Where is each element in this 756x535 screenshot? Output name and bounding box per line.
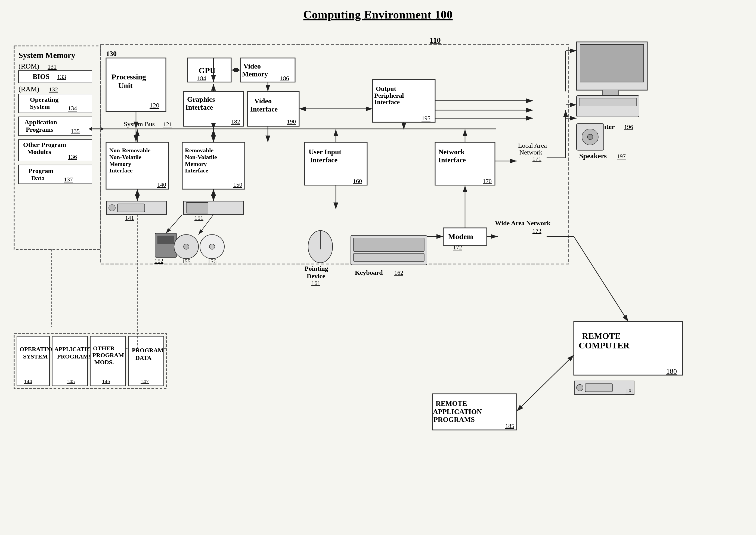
svg-text:Graphics: Graphics [187, 96, 215, 103]
svg-text:(ROM): (ROM) [18, 63, 40, 70]
svg-rect-171 [576, 96, 639, 117]
svg-text:Non-Removable: Non-Removable [109, 147, 151, 154]
svg-text:184: 184 [197, 75, 206, 82]
svg-text:130: 130 [106, 50, 117, 58]
svg-point-176 [582, 129, 598, 145]
svg-rect-135 [443, 228, 487, 245]
svg-rect-43 [183, 91, 243, 126]
svg-text:146: 146 [102, 378, 110, 384]
svg-rect-112 [186, 202, 208, 213]
svg-text:DATA: DATA [135, 355, 152, 361]
svg-text:196: 196 [624, 124, 633, 130]
svg-rect-56 [305, 142, 367, 185]
svg-text:Modules: Modules [27, 149, 51, 155]
svg-text:151: 151 [194, 215, 204, 221]
svg-text:Non-Volatile: Non-Volatile [185, 154, 217, 160]
svg-text:Video: Video [254, 98, 272, 105]
svg-text:Memory: Memory [242, 70, 268, 78]
svg-text:SYSTEM: SYSTEM [23, 353, 47, 360]
svg-text:121: 121 [163, 121, 172, 127]
svg-text:BIOS: BIOS [33, 72, 49, 80]
svg-text:GPU: GPU [199, 66, 216, 75]
svg-text:197: 197 [617, 153, 626, 160]
svg-text:152: 152 [154, 258, 163, 264]
svg-text:Interface: Interface [310, 156, 337, 164]
svg-text:Operating: Operating [30, 96, 58, 103]
svg-rect-4 [100, 44, 568, 264]
svg-text:145: 145 [67, 378, 75, 384]
svg-text:Unit: Unit [118, 82, 133, 90]
svg-rect-115 [158, 236, 174, 244]
svg-text:PROGRAMS: PROGRAMS [57, 353, 92, 360]
svg-text:137: 137 [64, 176, 73, 183]
svg-rect-23 [18, 140, 92, 161]
svg-text:COMPUTER: COMPUTER [579, 341, 630, 350]
svg-rect-151 [585, 384, 612, 392]
svg-text:147: 147 [141, 378, 149, 384]
svg-text:Output: Output [376, 85, 396, 92]
svg-text:185: 185 [505, 423, 514, 429]
svg-text:Peripheral: Peripheral [374, 92, 404, 99]
svg-text:User Input: User Input [309, 148, 342, 156]
svg-rect-131 [353, 238, 424, 251]
svg-rect-149 [574, 381, 634, 394]
svg-rect-190 [52, 336, 88, 386]
svg-text:131: 131 [47, 64, 57, 70]
svg-text:191: 191 [615, 99, 624, 105]
svg-text:181: 181 [626, 388, 634, 395]
svg-text:Device: Device [307, 272, 325, 280]
svg-marker-82 [89, 127, 92, 131]
svg-point-150 [576, 384, 583, 391]
svg-text:186: 186 [280, 75, 289, 82]
svg-text:System Memory: System Memory [18, 51, 75, 60]
svg-rect-31 [106, 58, 166, 112]
svg-text:MODS.: MODS. [94, 359, 114, 366]
svg-text:Monitor: Monitor [582, 98, 607, 105]
svg-text:OTHER: OTHER [93, 345, 115, 352]
svg-line-124 [199, 214, 213, 235]
svg-text:Memory: Memory [109, 161, 131, 167]
svg-text:170: 170 [483, 178, 492, 184]
svg-text:PROGRAM: PROGRAM [132, 347, 163, 354]
svg-rect-15 [18, 94, 92, 113]
svg-text:Application: Application [24, 119, 57, 126]
svg-rect-39 [241, 58, 295, 82]
svg-text:REMOTE: REMOTE [436, 400, 467, 408]
svg-text:190: 190 [287, 118, 296, 125]
svg-rect-6 [14, 46, 100, 249]
svg-text:120: 120 [150, 102, 159, 109]
svg-text:171: 171 [532, 155, 542, 162]
svg-text:141: 141 [125, 215, 134, 221]
svg-text:Programs: Programs [26, 126, 53, 133]
svg-text:155: 155 [182, 258, 191, 265]
svg-text:Modem: Modem [448, 232, 473, 241]
svg-text:Printer: Printer [593, 123, 615, 130]
svg-text:161: 161 [311, 280, 320, 286]
svg-text:PROGRAM: PROGRAM [93, 352, 124, 358]
svg-rect-70 [182, 142, 245, 189]
svg-text:Interface: Interface [250, 105, 278, 113]
svg-text:APPLICATION: APPLICATION [54, 346, 96, 352]
svg-text:195: 195 [422, 115, 431, 122]
svg-rect-145 [574, 322, 683, 375]
svg-marker-83 [100, 127, 104, 131]
svg-text:Wide Area Network: Wide Area Network [495, 219, 551, 227]
svg-text:150: 150 [233, 182, 242, 188]
svg-text:Memory: Memory [185, 161, 207, 167]
svg-rect-194 [90, 336, 126, 386]
svg-rect-107 [107, 201, 166, 214]
svg-text:Data: Data [31, 175, 44, 182]
svg-text:Interface: Interface [185, 167, 208, 174]
svg-text:173: 173 [532, 228, 542, 234]
svg-text:110: 110 [430, 36, 440, 44]
svg-text:160: 160 [353, 178, 362, 184]
svg-text:Pointing: Pointing [305, 265, 328, 272]
svg-text:Interface: Interface [109, 167, 133, 174]
svg-point-108 [109, 205, 115, 211]
svg-text:Processing: Processing [111, 72, 146, 81]
svg-rect-165 [576, 42, 647, 90]
svg-rect-199 [128, 336, 164, 386]
svg-rect-60 [435, 142, 495, 185]
svg-text:135: 135 [71, 128, 80, 134]
svg-rect-167 [602, 90, 619, 96]
